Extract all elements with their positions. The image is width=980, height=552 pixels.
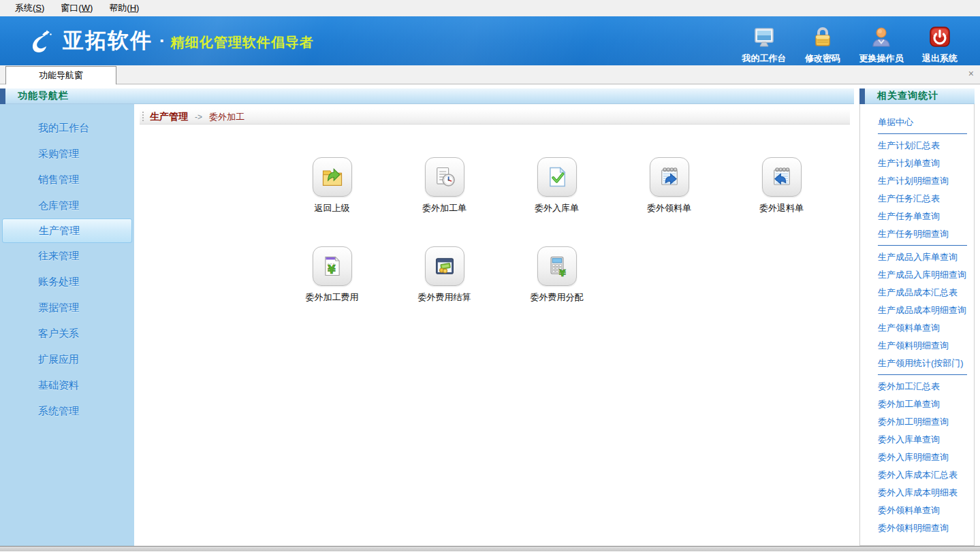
power-icon xyxy=(928,24,952,50)
sidebar-item-accounting[interactable]: 账务处理 xyxy=(0,269,134,295)
sidebar-item-my-workbench[interactable]: 我的工作台 xyxy=(0,115,134,141)
doc-clock-icon xyxy=(425,157,464,197)
sidebar-item-contacts[interactable]: 往来管理 xyxy=(0,243,134,269)
module-label: 返回上级 xyxy=(315,202,350,214)
sidebar-item-base-data[interactable]: 基础资料 xyxy=(0,372,134,398)
query-link-doc-center[interactable]: 单据中心 xyxy=(860,114,974,131)
doc-yen-icon: ¥ xyxy=(313,246,352,286)
module-fee-allocation[interactable]: ¥ 委外费用分配 xyxy=(501,246,613,304)
module-grid: 返回上级 委外加工单 xyxy=(276,157,848,336)
module-label: 委外费用结算 xyxy=(418,291,471,304)
sidebar-item-system[interactable]: 系统管理 xyxy=(0,398,134,424)
query-link[interactable]: 生产计划汇总表 xyxy=(860,137,974,155)
operator-icon xyxy=(869,24,894,50)
divider xyxy=(878,374,967,375)
module-fee-settlement[interactable]: 委外费用结算 xyxy=(388,246,501,304)
breadcrumb-current: 委外加工 xyxy=(209,111,244,123)
exit-system-button[interactable]: 退出系统 xyxy=(911,22,969,65)
notepad-forward-icon xyxy=(650,157,689,197)
module-label: 委外费用分配 xyxy=(531,291,584,304)
query-link[interactable]: 生产任务单查询 xyxy=(860,208,974,225)
query-link[interactable]: 生产领料明细查询 xyxy=(860,337,974,355)
module-go-up[interactable]: 返回上级 xyxy=(276,157,388,214)
lock-icon xyxy=(811,24,834,50)
module-outsource-fee[interactable]: ¥ 委外加工费用 xyxy=(276,246,388,304)
query-link[interactable]: 委外领料单查询 xyxy=(860,502,974,519)
module-outsource-return[interactable]: 委外退料单 xyxy=(725,157,838,214)
query-link[interactable]: 生产领用统计(按部门) xyxy=(860,355,974,372)
query-link[interactable]: 委外领料明细查询 xyxy=(860,519,974,537)
drag-handle-icon[interactable] xyxy=(141,112,144,123)
query-link[interactable]: 委外入库成本明细表 xyxy=(860,484,974,502)
left-header-accent xyxy=(0,88,5,104)
module-label: 委外退料单 xyxy=(759,202,804,214)
menu-bar: 系统(S) 窗口(W) 帮助(H) xyxy=(0,0,980,16)
query-link[interactable]: 生产计划单查询 xyxy=(860,155,974,172)
query-link[interactable]: 生产成品入库明细查询 xyxy=(860,266,974,284)
module-outsource-order[interactable]: 委外加工单 xyxy=(388,157,501,214)
header-actions: 我的工作台 修改密码 更换操作员 xyxy=(735,22,969,65)
divider xyxy=(878,245,967,246)
module-label: 委外入库单 xyxy=(535,202,579,214)
sidebar-item-crm[interactable]: 客户关系 xyxy=(0,321,134,346)
switch-operator-button[interactable]: 更换操作员 xyxy=(852,22,911,65)
tab-strip: 功能导航窗 × xyxy=(0,65,980,84)
sidebar-item-bills[interactable]: 票据管理 xyxy=(0,295,134,321)
close-icon[interactable]: × xyxy=(968,69,974,78)
query-link[interactable]: 委外加工汇总表 xyxy=(860,378,974,395)
brand-logo-icon xyxy=(25,26,54,56)
query-panel: 单据中心 生产计划汇总表 生产计划单查询 生产计划明细查询 生产任务汇总表 生产… xyxy=(859,104,975,546)
left-panel-title: 功能导航栏 xyxy=(5,90,69,102)
section-headers: 功能导航栏 相关查询统计 xyxy=(0,88,980,104)
module-label: 委外领料单 xyxy=(647,202,691,214)
query-link[interactable]: 生产任务汇总表 xyxy=(860,190,974,208)
menu-window[interactable]: 窗口(W) xyxy=(52,1,101,16)
breadcrumb-parent[interactable]: 生产管理 xyxy=(150,111,188,123)
query-link[interactable]: 委外入库明细查询 xyxy=(860,449,974,466)
tab-function-navigator[interactable]: 功能导航窗 xyxy=(5,66,116,84)
query-link[interactable]: 生产成品入库单查询 xyxy=(860,248,974,266)
breadcrumb: 生产管理 -> 委外加工 xyxy=(140,110,850,125)
doc-check-icon xyxy=(537,157,577,197)
breadcrumb-arrow-icon: -> xyxy=(195,112,202,122)
menu-help[interactable]: 帮助(H) xyxy=(101,1,147,16)
query-link[interactable]: 委外加工单查询 xyxy=(860,395,974,413)
module-outsource-inbound[interactable]: 委外入库单 xyxy=(501,157,613,214)
query-link[interactable]: 生产成品成本明细查询 xyxy=(860,302,974,319)
module-outsource-picking[interactable]: 委外领料单 xyxy=(613,157,725,214)
change-password-button[interactable]: 修改密码 xyxy=(793,22,852,65)
header-gap xyxy=(854,88,859,104)
right-header-accent xyxy=(859,88,865,104)
main-area: 生产管理 -> 委外加工 返回上级 xyxy=(134,104,854,546)
window-bottom-edge xyxy=(0,546,980,551)
svg-text:¥: ¥ xyxy=(558,267,565,278)
brand-name: 亚拓软件 xyxy=(63,27,153,55)
query-link[interactable]: 生产成品成本汇总表 xyxy=(860,284,974,302)
sidebar-item-sales[interactable]: 销售管理 xyxy=(0,167,134,193)
sidebar-item-extensions[interactable]: 扩展应用 xyxy=(0,346,134,372)
query-link[interactable]: 委外入库成本汇总表 xyxy=(860,466,974,484)
my-workbench-button[interactable]: 我的工作台 xyxy=(735,22,793,65)
right-panel-title: 相关查询统计 xyxy=(865,90,938,102)
divider xyxy=(878,133,967,134)
left-section-header: 功能导航栏 xyxy=(0,88,854,104)
sidebar-item-production[interactable]: 生产管理 xyxy=(2,218,132,243)
brand-slogan: 精细化管理软件倡导者 xyxy=(171,31,314,52)
brand: 亚拓软件 · 精细化管理软件倡导者 xyxy=(25,26,314,56)
query-link[interactable]: 委外加工明细查询 xyxy=(860,413,974,431)
query-link[interactable]: 生产计划明细查询 xyxy=(860,172,974,190)
brand-separator: · xyxy=(159,31,165,52)
sidebar-item-warehouse[interactable]: 仓库管理 xyxy=(0,193,134,218)
app-header: 亚拓软件 · 精细化管理软件倡导者 我的工作台 xyxy=(0,16,980,65)
calculator-yen-icon: ¥ xyxy=(537,246,577,286)
window-money-icon xyxy=(425,246,464,286)
query-link[interactable]: 委外入库单查询 xyxy=(860,431,974,449)
notepad-back-icon xyxy=(762,157,802,197)
svg-text:¥: ¥ xyxy=(328,263,336,276)
sidebar: 我的工作台 采购管理 销售管理 仓库管理 生产管理 往来管理 账务处理 票据管理… xyxy=(0,104,134,546)
module-label: 委外加工单 xyxy=(422,202,467,214)
menu-system[interactable]: 系统(S) xyxy=(7,1,52,16)
query-link[interactable]: 生产领料单查询 xyxy=(860,319,974,337)
query-link[interactable]: 生产任务明细查询 xyxy=(860,225,974,243)
sidebar-item-purchasing[interactable]: 采购管理 xyxy=(0,141,134,167)
